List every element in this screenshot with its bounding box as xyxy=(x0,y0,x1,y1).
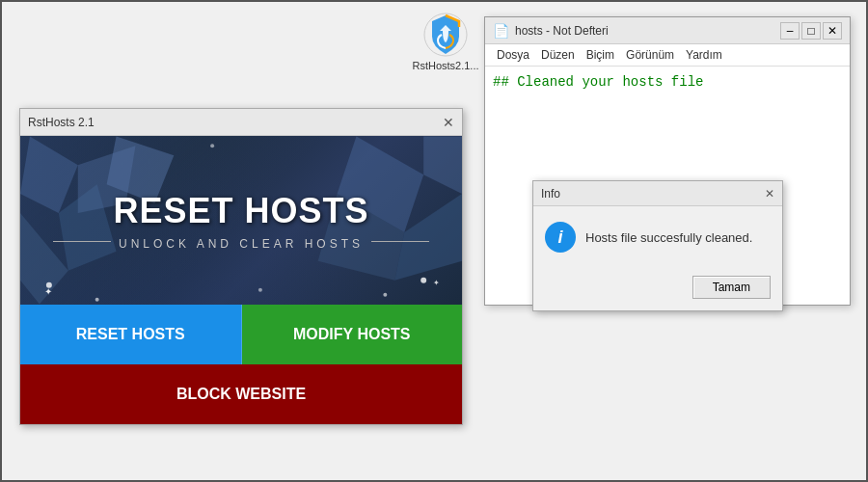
notepad-menu-gorunum[interactable]: Görünüm xyxy=(622,46,678,64)
notepad-menu-duzen[interactable]: Düzen xyxy=(537,46,579,64)
hero-title: RESET HOSTS xyxy=(113,191,368,231)
info-dialog-footer: Tamam xyxy=(533,268,782,310)
notepad-menubar: Dosya Düzen Biçim Görünüm Yardım xyxy=(485,44,850,67)
tamam-button[interactable]: Tamam xyxy=(692,276,771,299)
notepad-close-button[interactable]: ✕ xyxy=(823,22,842,40)
svg-point-12 xyxy=(420,278,426,283)
hero-subtitle-line: UNLOCK AND CLEAR HOSTS xyxy=(53,233,429,251)
rsthost-window-title: RstHosts 2.1 xyxy=(28,116,95,129)
info-dialog-close-button[interactable]: ✕ xyxy=(765,187,774,201)
info-dialog: Info ✕ i Hosts file succesfully cleaned.… xyxy=(532,180,783,311)
desktop: RstHosts2.1... RstHosts 2.1 ✕ xyxy=(2,2,868,482)
svg-point-14 xyxy=(210,144,214,147)
notepad-menu-yardim[interactable]: Yardım xyxy=(682,46,726,64)
svg-point-11 xyxy=(95,298,99,302)
info-icon: i xyxy=(545,222,576,253)
svg-marker-1 xyxy=(20,136,78,213)
rsthost-icon-label: RstHosts2.1... xyxy=(412,60,478,71)
rsthost-app-window: RstHosts 2.1 ✕ xyxy=(19,108,463,425)
button-row-1: RESET HOSTS MODIFY HOSTS xyxy=(20,305,462,364)
notepad-text: ## Cleaned your hosts file xyxy=(493,74,703,90)
hero-subtitle: UNLOCK AND CLEAR HOSTS xyxy=(119,237,364,251)
notepad-menu-bicim[interactable]: Biçim xyxy=(583,46,618,64)
info-dialog-titlebar: Info ✕ xyxy=(533,181,782,206)
rsthost-desktop-icon[interactable]: RstHosts2.1... xyxy=(407,12,484,71)
notepad-menu-dosya[interactable]: Dosya xyxy=(493,46,533,64)
svg-point-13 xyxy=(383,293,387,297)
reset-hosts-button[interactable]: RESET HOSTS xyxy=(20,305,242,364)
svg-marker-9 xyxy=(423,136,462,194)
notepad-controls: – □ ✕ xyxy=(780,22,842,40)
modify-hosts-button[interactable]: MODIFY HOSTS xyxy=(242,305,463,364)
hero-banner: ✦ ✦ RESET HOSTS UNLOCK AND CLEAR HOSTS xyxy=(20,136,462,305)
block-website-button[interactable]: BLOCK WEBSITE xyxy=(20,364,462,424)
svg-text:✦: ✦ xyxy=(433,279,440,287)
svg-text:✦: ✦ xyxy=(44,286,52,297)
svg-point-15 xyxy=(258,288,262,292)
notepad-maximize-button[interactable]: □ xyxy=(801,22,821,40)
info-dialog-title: Info xyxy=(541,187,560,201)
rsthost-close-button[interactable]: ✕ xyxy=(443,116,454,129)
notepad-title: hosts - Not Defteri xyxy=(515,24,774,38)
notepad-minimize-button[interactable]: – xyxy=(780,22,800,40)
info-message: Hosts file succesfully cleaned. xyxy=(585,230,752,245)
info-dialog-body: i Hosts file succesfully cleaned. xyxy=(533,206,782,268)
notepad-icon: 📄 xyxy=(493,23,509,39)
rsthost-titlebar: RstHosts 2.1 ✕ xyxy=(20,109,462,136)
rsthost-icon-image xyxy=(422,12,469,58)
notepad-titlebar: 📄 hosts - Not Defteri – □ ✕ xyxy=(485,17,850,44)
